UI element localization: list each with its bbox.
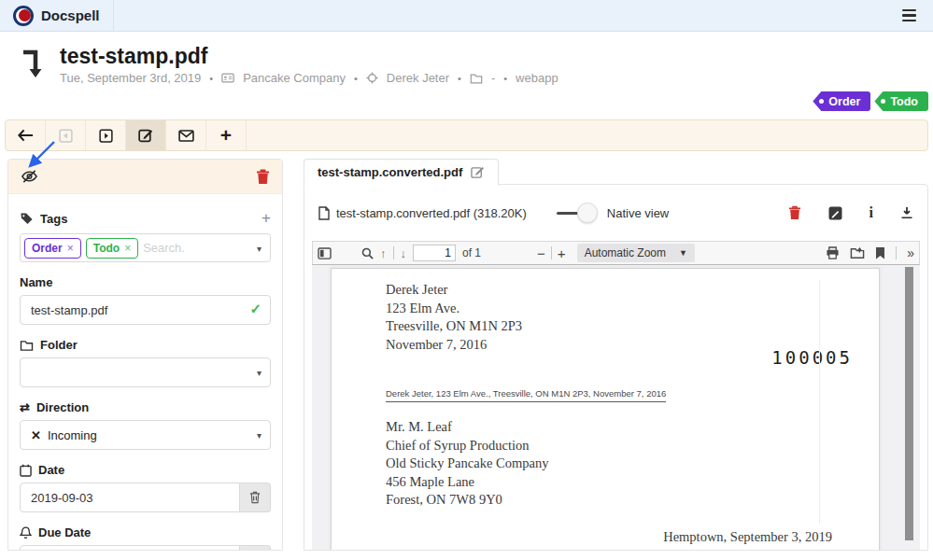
due-date-input[interactable]	[20, 545, 240, 551]
item-date: Tue, September 3rd, 2019	[60, 71, 201, 85]
download-icon[interactable]	[900, 206, 913, 219]
zoom-in-icon[interactable]: +	[558, 246, 566, 260]
mail-button[interactable]	[166, 120, 206, 150]
pdfjs-toolbar: ↑ ↓ of 1 − + Automatic Zoom	[312, 241, 920, 265]
remove-tag-icon[interactable]: ×	[124, 242, 131, 255]
concerning-person: Derek Jeter	[387, 71, 449, 85]
delete-item-trash-icon[interactable]	[256, 169, 270, 185]
tag-badge-label: Order	[828, 95, 860, 108]
add-button[interactable]: +	[206, 120, 247, 150]
chevron-down-icon: ▼	[679, 248, 687, 258]
pdf-canvas-area[interactable]: Derek Jeter 123 Elm Ave. Treesville, ON …	[312, 265, 920, 550]
page-down-icon[interactable]: ↓	[401, 246, 407, 260]
open-file-icon[interactable]	[850, 246, 865, 259]
correspondent-name: Pancake Company	[243, 71, 346, 85]
letter-sender-block: Derek Jeter 123 Elm Ave. Treesville, ON …	[386, 281, 522, 354]
brand-name: Docspell	[41, 7, 100, 23]
hamburger-menu-icon[interactable]	[898, 6, 920, 25]
native-view-label: Native view	[607, 206, 669, 220]
edit-extracted-data-icon[interactable]	[828, 206, 842, 220]
docspell-app: Docspell test-stamp.pdf Tue, September 3…	[0, 0, 933, 560]
sidebar-toggle-icon[interactable]	[318, 247, 332, 259]
attachment-actions: i	[788, 204, 913, 221]
tag-pill-todo[interactable]: Todo×	[86, 238, 138, 259]
direction-select[interactable]: ✕ Incoming ▾	[20, 420, 271, 450]
page-number-input[interactable]	[413, 245, 456, 261]
name-label: Name	[20, 275, 271, 289]
tags-section-label: Tags +	[20, 209, 271, 228]
attachment-column: test-stamp.converted.pdf test-stamp.conv…	[304, 159, 928, 551]
edit-button[interactable]	[126, 120, 166, 150]
hide-panel-eye-slash-icon[interactable]	[21, 169, 38, 184]
zoom-level-select[interactable]: Automatic Zoom ▼	[577, 244, 695, 262]
tags-multiselect[interactable]: Order× Todo× Search. ▾	[20, 233, 271, 262]
tag-badge-todo[interactable]: Todo	[874, 91, 928, 111]
edit-panel-header	[8, 160, 282, 194]
address-card-icon	[221, 72, 234, 84]
fold-mark	[819, 280, 820, 525]
tag-hole	[881, 99, 885, 104]
due-date-label: Due Date	[20, 525, 271, 539]
zoom-out-icon[interactable]: −	[537, 246, 545, 260]
pdf-scrollbar[interactable]	[905, 267, 913, 540]
attachment-tab[interactable]: test-stamp.converted.pdf	[304, 159, 499, 186]
docspell-logo-icon	[13, 6, 34, 26]
pdf-page: Derek Jeter 123 Elm Ave. Treesville, ON …	[331, 268, 880, 550]
tag-pill-order[interactable]: Order×	[24, 238, 81, 259]
item-toolbar: +	[5, 119, 928, 151]
page-up-icon[interactable]: ↑	[380, 246, 387, 260]
attachment-panel: test-stamp.converted.pdf (318.20K) Nativ…	[304, 184, 928, 551]
calendar-icon	[20, 464, 32, 477]
attachment-tabs: test-stamp.converted.pdf	[304, 159, 928, 185]
folder-select[interactable]: ▾	[20, 357, 271, 387]
chevron-down-icon[interactable]: ▾	[257, 243, 262, 253]
attachment-file-label: test-stamp.converted.pdf (318.20K)	[336, 206, 527, 220]
name-input[interactable]	[20, 295, 271, 325]
native-view-toggle[interactable]	[555, 203, 598, 223]
tag-icon	[20, 212, 34, 225]
add-tag-plus-icon[interactable]: +	[262, 209, 271, 228]
remove-tag-icon[interactable]: ×	[67, 242, 74, 255]
page-count-label: of 1	[462, 246, 481, 259]
bookmark-icon[interactable]	[875, 246, 885, 259]
separator-dot: •	[209, 73, 213, 84]
separator-dot: •	[458, 73, 461, 84]
item-meta: Tue, September 3rd, 2019 • Pancake Compa…	[60, 71, 558, 85]
clear-date-trash-icon[interactable]	[240, 483, 271, 512]
folder-value: -	[491, 71, 495, 85]
letter-date-line: Hemptown, September 3, 2019	[663, 529, 832, 545]
brand[interactable]: Docspell	[0, 0, 114, 31]
attachment-tab-label: test-stamp.converted.pdf	[318, 165, 462, 179]
folder-label: Folder	[20, 338, 271, 352]
clear-x-icon[interactable]: ✕	[31, 428, 41, 442]
letter-reference-line: Derek Jeter, 123 Elm Ave., Treesville, O…	[386, 388, 666, 402]
next-item-button[interactable]	[86, 120, 126, 150]
rename-pencil-icon[interactable]	[471, 165, 485, 179]
edit-panel-body: Tags + Order× Todo× Search. ▾ Name	[8, 194, 282, 551]
item-header: test-stamp.pdf Tue, September 3rd, 2019 …	[0, 32, 933, 85]
due-date-field-group	[20, 545, 271, 551]
search-icon[interactable]	[361, 247, 374, 259]
more-tools-icon[interactable]: »	[907, 245, 914, 260]
chevron-down-icon: ▾	[257, 430, 262, 441]
date-input[interactable]	[20, 483, 240, 512]
edit-panel: Tags + Order× Todo× Search. ▾ Name	[7, 159, 283, 551]
direction-label: ⇄ Direction	[20, 400, 271, 414]
back-button[interactable]	[6, 120, 46, 150]
tag-badge-order[interactable]: Order	[813, 91, 870, 111]
print-icon[interactable]	[826, 246, 840, 259]
info-icon[interactable]: i	[869, 204, 873, 221]
separator-dot: •	[503, 73, 507, 84]
name-field-wrap: ✓	[20, 295, 271, 325]
folder-icon	[470, 73, 483, 84]
clear-due-date-trash-icon[interactable]	[240, 545, 271, 551]
page-title: test-stamp.pdf	[60, 44, 558, 68]
delete-attachment-trash-icon[interactable]	[788, 205, 801, 220]
separator-dot: •	[354, 73, 358, 84]
pdf-viewer: ↑ ↓ of 1 − + Automatic Zoom	[312, 241, 920, 550]
date-field-group	[20, 483, 271, 512]
tag-badges: Order Todo	[0, 85, 933, 113]
attachment-file-link[interactable]: test-stamp.converted.pdf (318.20K)	[318, 206, 527, 220]
attachment-header: test-stamp.converted.pdf (318.20K) Nativ…	[304, 185, 927, 241]
file-icon	[318, 206, 330, 220]
